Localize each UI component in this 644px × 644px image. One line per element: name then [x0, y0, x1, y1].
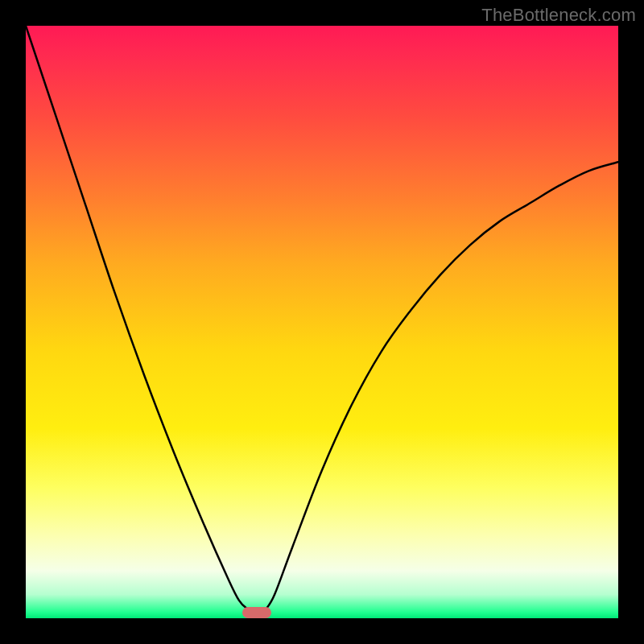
watermark-text: TheBottleneck.com	[481, 5, 636, 26]
plot-area	[26, 26, 618, 618]
bottleneck-marker	[242, 607, 271, 618]
chart-container: TheBottleneck.com	[0, 0, 644, 644]
curve-right	[266, 162, 618, 609]
curve-left	[26, 26, 248, 609]
curve-svg	[26, 26, 618, 618]
